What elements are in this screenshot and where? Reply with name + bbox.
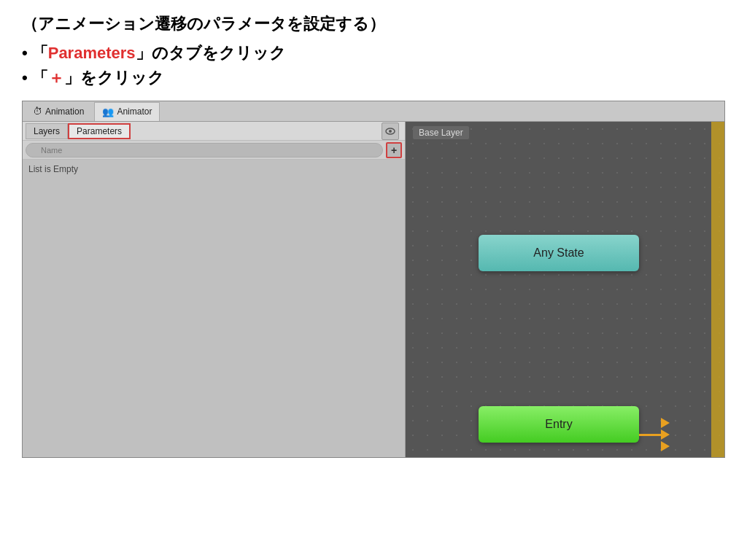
highlight-parameters: Parameters: [48, 44, 136, 63]
editor-main: Layers Parameters 🔍: [23, 122, 724, 457]
arrow-heads: [661, 418, 670, 451]
instruction-title: （アニメーション遷移のパラメータを設定する）: [22, 13, 725, 35]
entry-node[interactable]: Entry: [479, 406, 639, 443]
any-state-label: Any State: [533, 246, 584, 260]
instructions-panel: （アニメーション遷移のパラメータを設定する） 「Parameters」のタブをク…: [0, 0, 747, 101]
instruction-item-1: 「Parameters」のタブをクリック: [22, 42, 725, 64]
layers-tab[interactable]: Layers: [26, 123, 68, 139]
arrow-head-3: [661, 441, 670, 451]
animator-graph[interactable]: Base Layer Any State Entry: [406, 122, 724, 457]
list-empty-text: List is Empty: [23, 160, 405, 179]
eye-icon[interactable]: [382, 122, 399, 140]
main-tab-bar: ⏱ Animation 👥 Animator: [23, 101, 724, 122]
animation-icon: ⏱: [33, 106, 42, 117]
add-parameter-button[interactable]: +: [386, 142, 402, 158]
layers-tab-label: Layers: [34, 126, 60, 136]
left-panel: Layers Parameters 🔍: [23, 122, 406, 457]
svg-point-1: [389, 130, 392, 133]
arrow-head-2: [661, 429, 670, 440]
bullet-prefix-1: 「: [32, 42, 48, 64]
add-button-label: +: [391, 144, 397, 156]
animator-icon: 👥: [102, 106, 114, 117]
arrow-head-1: [661, 418, 670, 428]
parameters-tab-label: Parameters: [77, 126, 122, 136]
sub-tab-bar: Layers Parameters: [23, 122, 405, 141]
animator-tab-label: Animator: [117, 106, 152, 117]
animation-tab[interactable]: ⏱ Animation: [26, 102, 91, 121]
animator-tab[interactable]: 👥 Animator: [94, 102, 160, 121]
instruction-list: 「Parameters」のタブをクリック 「＋」をクリック: [22, 42, 725, 89]
eye-svg: [385, 128, 395, 135]
entry-arrow: [639, 418, 670, 451]
unity-editor-panel: ⏱ Animation 👥 Animator Layers Parameters: [22, 101, 725, 458]
animation-tab-label: Animation: [45, 106, 84, 117]
arrow-line: [639, 434, 661, 436]
right-edge-strip: [711, 122, 724, 457]
search-bar: 🔍 +: [23, 141, 405, 160]
parameters-tab[interactable]: Parameters: [68, 123, 131, 139]
search-input[interactable]: [26, 143, 383, 158]
entry-label: Entry: [545, 418, 572, 431]
any-state-node[interactable]: Any State: [479, 235, 639, 271]
bullet-suffix-1: 」のタブをクリック: [136, 42, 286, 64]
bullet-suffix-2: 」をクリック: [64, 67, 164, 89]
bullet-prefix-2: 「: [32, 67, 48, 89]
search-wrapper: 🔍: [26, 143, 383, 158]
highlight-plus: ＋: [48, 67, 64, 89]
instruction-item-2: 「＋」をクリック: [22, 67, 725, 89]
base-layer-label: Base Layer: [413, 126, 469, 139]
